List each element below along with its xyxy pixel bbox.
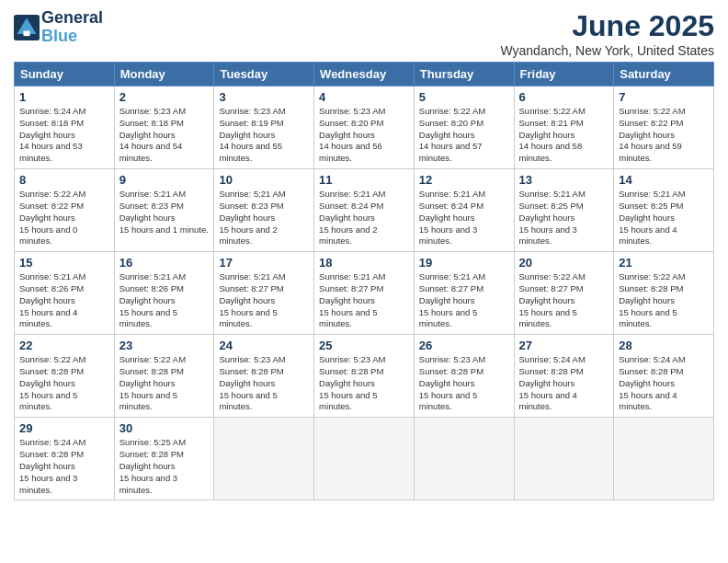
col-wednesday: Wednesday [314,63,415,86]
page-container: General Blue June 2025 Wyandanch, New Yo… [0,0,728,510]
day-info: Sunrise: 5:22 AM Sunset: 8:28 PM Dayligh… [19,354,109,413]
table-row: 23 Sunrise: 5:22 AM Sunset: 8:28 PM Dayl… [114,335,214,418]
day-number: 24 [219,339,309,352]
day-info: Sunrise: 5:25 AM Sunset: 8:28 PM Dayligh… [119,437,210,496]
day-info: Sunrise: 5:24 AM Sunset: 8:18 PM Dayligh… [19,106,109,165]
day-info: Sunrise: 5:23 AM Sunset: 8:28 PM Dayligh… [219,354,309,413]
calendar-header-row: Sunday Monday Tuesday Wednesday Thursday… [15,63,714,86]
month-title: June 2025 [500,9,714,43]
day-info: Sunrise: 5:21 AM Sunset: 8:24 PM Dayligh… [319,189,409,247]
logo: General Blue [14,9,103,46]
table-row: 12 Sunrise: 5:21 AM Sunset: 8:24 PM Dayl… [414,169,514,252]
day-number: 20 [519,256,609,270]
day-info: Sunrise: 5:21 AM Sunset: 8:26 PM Dayligh… [119,271,210,330]
table-row: 30 Sunrise: 5:25 AM Sunset: 8:28 PM Dayl… [114,418,214,500]
day-info: Sunrise: 5:23 AM Sunset: 8:18 PM Dayligh… [119,106,210,165]
day-number: 17 [219,256,309,270]
day-number: 1 [19,90,109,104]
calendar-body: 1 Sunrise: 5:24 AM Sunset: 8:18 PM Dayli… [15,86,714,500]
day-info: Sunrise: 5:21 AM Sunset: 8:27 PM Dayligh… [219,271,309,330]
table-row: 22 Sunrise: 5:22 AM Sunset: 8:28 PM Dayl… [15,335,115,418]
table-row: 17 Sunrise: 5:21 AM Sunset: 8:27 PM Dayl… [214,252,314,335]
table-row: 20 Sunrise: 5:22 AM Sunset: 8:27 PM Dayl… [514,252,614,335]
day-number: 11 [319,173,409,187]
day-number: 2 [119,90,210,104]
table-row: 26 Sunrise: 5:23 AM Sunset: 8:28 PM Dayl… [414,335,514,418]
col-friday: Friday [514,63,614,86]
table-row: 28 Sunrise: 5:24 AM Sunset: 8:28 PM Dayl… [614,335,714,418]
col-monday: Monday [114,63,214,86]
day-info: Sunrise: 5:21 AM Sunset: 8:23 PM Dayligh… [119,189,210,236]
table-row: 2 Sunrise: 5:23 AM Sunset: 8:18 PM Dayli… [114,86,214,169]
table-row: 19 Sunrise: 5:21 AM Sunset: 8:27 PM Dayl… [414,252,514,335]
table-row: 29 Sunrise: 5:24 AM Sunset: 8:28 PM Dayl… [15,418,115,500]
calendar-week-row: 8 Sunrise: 5:22 AM Sunset: 8:22 PM Dayli… [15,169,714,252]
day-info: Sunrise: 5:22 AM Sunset: 8:20 PM Dayligh… [419,106,509,165]
day-info: Sunrise: 5:24 AM Sunset: 8:28 PM Dayligh… [19,437,109,496]
day-info: Sunrise: 5:22 AM Sunset: 8:28 PM Dayligh… [119,354,210,413]
day-number: 8 [19,173,109,187]
table-row: 14 Sunrise: 5:21 AM Sunset: 8:25 PM Dayl… [614,169,714,252]
day-number: 19 [419,256,509,270]
day-info: Sunrise: 5:22 AM Sunset: 8:28 PM Dayligh… [619,271,709,330]
day-info: Sunrise: 5:21 AM Sunset: 8:25 PM Dayligh… [519,189,609,247]
day-number: 12 [419,173,509,187]
col-thursday: Thursday [414,63,514,86]
logo-text: General Blue [41,9,103,46]
table-row [414,418,514,500]
table-row: 27 Sunrise: 5:24 AM Sunset: 8:28 PM Dayl… [514,335,614,418]
day-info: Sunrise: 5:21 AM Sunset: 8:27 PM Dayligh… [319,271,409,330]
table-row: 10 Sunrise: 5:21 AM Sunset: 8:23 PM Dayl… [214,169,314,252]
table-row: 15 Sunrise: 5:21 AM Sunset: 8:26 PM Dayl… [15,252,115,335]
table-row: 8 Sunrise: 5:22 AM Sunset: 8:22 PM Dayli… [15,169,115,252]
col-sunday: Sunday [15,63,115,86]
day-number: 28 [619,339,709,352]
col-saturday: Saturday [614,63,714,86]
day-info: Sunrise: 5:23 AM Sunset: 8:28 PM Dayligh… [419,354,509,413]
day-info: Sunrise: 5:23 AM Sunset: 8:28 PM Dayligh… [319,354,409,413]
day-number: 16 [119,256,210,270]
table-row: 6 Sunrise: 5:22 AM Sunset: 8:21 PM Dayli… [514,86,614,169]
day-number: 9 [119,173,210,187]
calendar-week-row: 22 Sunrise: 5:22 AM Sunset: 8:28 PM Dayl… [15,335,714,418]
table-row: 4 Sunrise: 5:23 AM Sunset: 8:20 PM Dayli… [314,86,415,169]
table-row: 18 Sunrise: 5:21 AM Sunset: 8:27 PM Dayl… [314,252,415,335]
table-row: 21 Sunrise: 5:22 AM Sunset: 8:28 PM Dayl… [614,252,714,335]
logo-icon [14,15,40,40]
day-number: 5 [419,90,509,104]
day-number: 10 [219,173,309,187]
day-info: Sunrise: 5:22 AM Sunset: 8:22 PM Dayligh… [619,106,709,165]
day-number: 18 [319,256,409,270]
day-info: Sunrise: 5:21 AM Sunset: 8:27 PM Dayligh… [419,271,509,330]
table-row: 16 Sunrise: 5:21 AM Sunset: 8:26 PM Dayl… [114,252,214,335]
day-info: Sunrise: 5:22 AM Sunset: 8:21 PM Dayligh… [519,106,609,165]
table-row [214,418,314,500]
day-info: Sunrise: 5:21 AM Sunset: 8:23 PM Dayligh… [219,189,309,247]
table-row [614,418,714,500]
day-number: 25 [319,339,409,352]
table-row: 25 Sunrise: 5:23 AM Sunset: 8:28 PM Dayl… [314,335,415,418]
calendar-week-row: 15 Sunrise: 5:21 AM Sunset: 8:26 PM Dayl… [15,252,714,335]
table-row: 9 Sunrise: 5:21 AM Sunset: 8:23 PM Dayli… [114,169,214,252]
day-info: Sunrise: 5:22 AM Sunset: 8:27 PM Dayligh… [519,271,609,330]
calendar-table: Sunday Monday Tuesday Wednesday Thursday… [14,62,714,500]
calendar-week-row: 29 Sunrise: 5:24 AM Sunset: 8:28 PM Dayl… [15,418,714,500]
day-info: Sunrise: 5:22 AM Sunset: 8:22 PM Dayligh… [19,189,109,247]
day-number: 15 [19,256,109,270]
day-number: 29 [19,421,109,435]
day-number: 13 [519,173,609,187]
table-row: 1 Sunrise: 5:24 AM Sunset: 8:18 PM Dayli… [15,86,115,169]
day-info: Sunrise: 5:24 AM Sunset: 8:28 PM Dayligh… [519,354,609,413]
day-number: 30 [119,421,210,435]
table-row: 5 Sunrise: 5:22 AM Sunset: 8:20 PM Dayli… [414,86,514,169]
table-row: 7 Sunrise: 5:22 AM Sunset: 8:22 PM Dayli… [614,86,714,169]
table-row [514,418,614,500]
day-info: Sunrise: 5:24 AM Sunset: 8:28 PM Dayligh… [619,354,709,413]
location: Wyandanch, New York, United States [500,43,714,58]
table-row: 3 Sunrise: 5:23 AM Sunset: 8:19 PM Dayli… [214,86,314,169]
header: General Blue June 2025 Wyandanch, New Yo… [14,9,714,58]
day-number: 26 [419,339,509,352]
day-info: Sunrise: 5:21 AM Sunset: 8:25 PM Dayligh… [619,189,709,247]
day-info: Sunrise: 5:23 AM Sunset: 8:19 PM Dayligh… [219,106,309,165]
day-info: Sunrise: 5:21 AM Sunset: 8:26 PM Dayligh… [19,271,109,330]
